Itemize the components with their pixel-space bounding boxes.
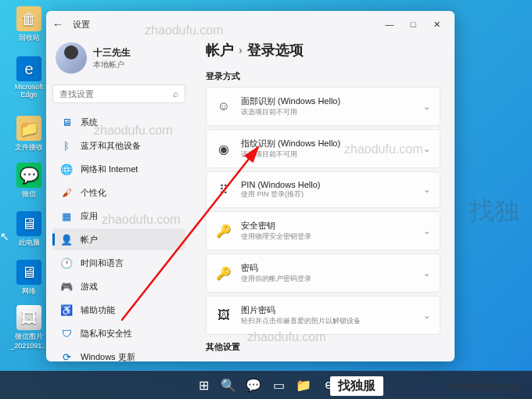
footer-url: zhaodufu.com [449, 380, 518, 393]
option-picture[interactable]: 🖼 图片密码轻扫并点击你最喜爱的照片以解锁设备 ⌄ [206, 296, 440, 335]
widgets-button[interactable]: ▭ [268, 374, 289, 396]
label: 辅助功能 [81, 304, 115, 316]
label: Microsoft Edge [9, 83, 49, 99]
option-password[interactable]: 🔑 密码使用你的帐户密码登录 ⌄ [206, 253, 440, 293]
sidebar-item-apps[interactable]: ▦应用 [52, 205, 185, 227]
option-title: 图片密码 [241, 304, 414, 316]
desktop-icon-recycle[interactable]: 🗑回收站 [9, 6, 49, 43]
recycle-icon: 🗑 [16, 6, 41, 31]
section-other: 其他设置 [206, 341, 440, 353]
option-title: 密码 [241, 262, 414, 274]
sidebar-item-gaming[interactable]: 🎮游戏 [52, 275, 185, 297]
profile-sub: 本地帐户 [93, 59, 131, 70]
option-title: 面部识别 (Windows Hello) [241, 95, 414, 107]
label: 微信图片_2021091... [9, 332, 49, 350]
taskview-button[interactable]: 💬 [243, 374, 264, 396]
option-sub: 轻扫并点击你最喜爱的照片以解锁设备 [241, 316, 414, 326]
brush-icon: 🖌 [60, 186, 73, 199]
fingerprint-icon: ◉ [216, 141, 232, 156]
back-button[interactable]: ← [52, 18, 63, 31]
label: 网络和 Internet [81, 164, 138, 175]
option-securitykey[interactable]: 🔑 安全密钥使用物理安全密钥登录 ⌄ [206, 211, 440, 250]
label: 蓝牙和其他设备 [81, 140, 141, 152]
label: 应用 [81, 210, 98, 222]
breadcrumb-signin: 登录选项 [247, 41, 304, 59]
sidebar-item-network[interactable]: 🌐网络和 Internet [52, 158, 185, 180]
label: 个性化 [81, 187, 106, 199]
sidebar-item-time[interactable]: 🕐时间和语言 [52, 252, 185, 274]
label: 微信 [22, 189, 36, 200]
option-sub: 使用 PIN 登录(推荐) [241, 189, 414, 200]
system-icon: 🖥 [60, 116, 73, 128]
chevron-down-icon: ⌄ [423, 144, 430, 154]
breadcrumb-sep: › [239, 44, 243, 56]
explorer-button[interactable]: 📁 [293, 374, 315, 396]
desktop-icon-wechat[interactable]: 💬微信 [9, 163, 49, 200]
desktop-icon-network[interactable]: 🖥网络 [9, 260, 49, 297]
wechat-icon: 💬 [16, 163, 41, 188]
pc-icon: 🖥 [16, 211, 41, 236]
profile[interactable]: 十三先生 本地帐户 [52, 38, 185, 83]
sidebar-item-update[interactable]: ⟳Windows 更新 [52, 346, 185, 361]
chevron-down-icon: ⌄ [423, 185, 430, 195]
clock-icon: 🕐 [60, 257, 73, 269]
start-button[interactable]: ⊞ [192, 374, 214, 396]
section-signin-methods: 登录方式 [206, 70, 440, 82]
network-icon: 🖥 [16, 260, 41, 285]
close-button[interactable]: ✕ [425, 20, 448, 30]
label: 回收站 [19, 33, 40, 43]
option-sub: 该选项目前不可用 [241, 107, 414, 117]
window-title: 设置 [73, 19, 378, 31]
minimize-button[interactable]: — [378, 20, 401, 29]
bluetooth-icon: ᛒ [60, 139, 73, 152]
apps-icon: ▦ [60, 210, 73, 222]
desktop-icon-image[interactable]: 🖼微信图片_2021091... [9, 305, 49, 350]
cursor-icon: ↖ [0, 230, 9, 243]
chevron-down-icon: ⌄ [423, 311, 430, 321]
label: 文件接收 [15, 142, 43, 153]
sidebar-item-bluetooth[interactable]: ᛒ蓝牙和其他设备 [52, 135, 185, 156]
label: 帐户 [81, 234, 98, 246]
sidebar-item-system[interactable]: 🖥系统 [52, 111, 185, 133]
shield-icon: 🛡 [60, 327, 73, 340]
breadcrumb-accounts[interactable]: 帐户 [206, 41, 234, 59]
desktop-icon-thispc[interactable]: 🖥此电脑 [9, 211, 49, 248]
person-icon: 👤 [60, 233, 73, 246]
settings-window: ← 设置 — □ ✕ 十三先生 本地帐户 ⌕ 🖥系统 ᛒ蓝牙和其他设备 🌐网络和… [46, 11, 455, 361]
main-panel: 帐户 › 登录选项 登录方式 ☺ 面部识别 (Windows Hello)该选项… [192, 38, 455, 361]
option-title: PIN (Windows Hello) [241, 180, 414, 189]
password-icon: 🔑 [216, 265, 232, 281]
sidebar-item-accounts[interactable]: 👤帐户 [52, 228, 185, 250]
desktop-icon-edge[interactable]: eMicrosoft Edge [9, 56, 49, 99]
key-icon: 🔑 [216, 223, 232, 239]
label: 网络 [22, 286, 36, 297]
option-face[interactable]: ☺ 面部识别 (Windows Hello)该选项目前不可用 ⌄ [206, 87, 440, 126]
footer-badge: 找独服 [330, 376, 383, 396]
picture-icon: 🖼 [216, 307, 232, 323]
sidebar-item-privacy[interactable]: 🛡隐私和安全性 [52, 322, 185, 344]
profile-name: 十三先生 [93, 46, 131, 59]
label: 时间和语言 [81, 257, 124, 269]
option-title: 指纹识别 (Windows Hello) [241, 138, 414, 149]
search-button[interactable]: 🔍 [217, 374, 239, 396]
option-sub: 使用你的帐户密码登录 [241, 274, 414, 284]
image-icon: 🖼 [16, 305, 41, 330]
titlebar: ← 设置 — □ ✕ [46, 11, 455, 38]
option-pin[interactable]: ⠿ PIN (Windows Hello)使用 PIN 登录(推荐) ⌄ [206, 171, 440, 208]
globe-icon: 🌐 [60, 163, 73, 175]
face-icon: ☺ [216, 99, 232, 114]
accessibility-icon: ♿ [60, 304, 73, 316]
sidebar-item-personalization[interactable]: 🖌个性化 [52, 182, 185, 203]
maximize-button[interactable]: □ [401, 20, 425, 29]
search-icon: ⌕ [173, 88, 178, 99]
option-fingerprint[interactable]: ◉ 指纹识别 (Windows Hello)该选项目前不可用 ⌄ [206, 129, 440, 168]
desktop-icon-folder[interactable]: 📁文件接收 [9, 116, 49, 153]
update-icon: ⟳ [60, 350, 73, 361]
label: 此电脑 [19, 238, 40, 248]
sidebar-item-accessibility[interactable]: ♿辅助功能 [52, 299, 185, 321]
chevron-down-icon: ⌄ [423, 102, 430, 112]
chevron-down-icon: ⌄ [423, 226, 430, 236]
search-box[interactable]: ⌕ [52, 84, 185, 103]
search-input[interactable] [59, 89, 173, 99]
option-title: 安全密钥 [241, 220, 414, 232]
